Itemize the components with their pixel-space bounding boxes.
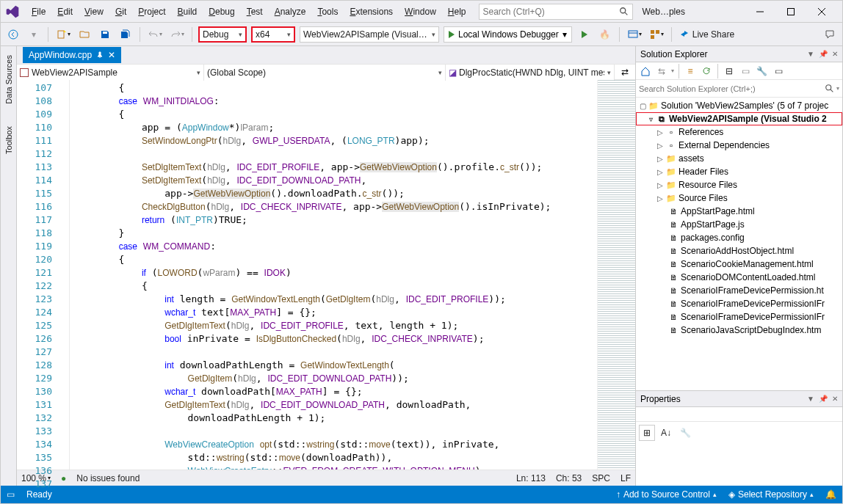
quick-search-input[interactable]	[482, 7, 619, 17]
quick-search[interactable]	[479, 4, 633, 20]
folder-external-dependencies[interactable]: ▷▫External Dependencies	[636, 139, 842, 152]
toolbox-tab[interactable]: Toolbox	[4, 122, 13, 158]
menu-build[interactable]: Build	[172, 4, 203, 20]
platform-combo[interactable]: x64▾	[251, 26, 295, 43]
menu-project[interactable]: Project	[132, 4, 171, 20]
open-button[interactable]	[76, 26, 93, 43]
panel-dropdown-icon[interactable]: ▼	[807, 50, 814, 58]
issues-status[interactable]: No issues found	[76, 473, 140, 483]
properties-header[interactable]: Properties ▼ 📌 ✕	[636, 391, 842, 407]
menu-tools[interactable]: Tools	[311, 4, 344, 20]
hot-reload-button[interactable]: 🔥	[597, 26, 613, 43]
minimap[interactable]	[597, 80, 635, 470]
menu-git[interactable]: Git	[109, 4, 132, 20]
menu-help[interactable]: Help	[442, 4, 472, 20]
nav-project-combo[interactable]: WebView2APISample▾	[17, 65, 204, 81]
notifications-icon[interactable]: 🔔	[825, 489, 836, 500]
solution-node[interactable]: ▢📁Solution 'WebView2Samples' (5 of 7 pro…	[636, 99, 842, 112]
editor-area: AppWindow.cpp ✕ WebView2APISample▾ (Glob…	[17, 46, 635, 486]
start-debugging-button[interactable]: Local Windows Debugger▾	[444, 26, 572, 43]
file-item[interactable]: 🗎ScenarioAddHostObject.html	[636, 244, 842, 258]
close-panel-icon[interactable]: ✕	[832, 50, 838, 58]
data-sources-tab[interactable]: Data Sources	[4, 51, 13, 109]
menu-test[interactable]: Test	[241, 4, 269, 20]
new-item-button[interactable]: ▾	[54, 26, 72, 43]
output-icon[interactable]: ▭	[7, 489, 15, 500]
folder-resource-files[interactable]: ▷📁Resource Files	[636, 178, 842, 191]
pin-icon[interactable]	[96, 51, 104, 59]
file-item[interactable]: 🗎ScenarioIFrameDevicePermission.ht	[636, 284, 842, 297]
solution-explorer-search[interactable]: ▾	[636, 80, 842, 98]
close-tab-button[interactable]: ✕	[108, 50, 115, 60]
solution-tree[interactable]: ▢📁Solution 'WebView2Samples' (5 of 7 pro…	[636, 98, 842, 390]
preview-button[interactable]: ▭	[772, 65, 785, 78]
menu-debug[interactable]: Debug	[203, 4, 240, 20]
nav-scope-combo[interactable]: (Global Scope)▾	[204, 65, 446, 81]
indent-mode[interactable]: SPC	[592, 473, 610, 483]
folder-source-files[interactable]: ▷📁Source Files	[636, 191, 842, 205]
startup-project-combo[interactable]: WebView2APISample (Visual Studi…▾	[300, 26, 439, 43]
alphabetical-button[interactable]: A↓	[658, 425, 674, 441]
pin-icon[interactable]: 📌	[819, 50, 828, 58]
menu-edit[interactable]: Edit	[51, 4, 79, 20]
folder-assets[interactable]: ▷📁assets	[636, 152, 842, 165]
folder-header-files[interactable]: ▷📁Header Files	[636, 165, 842, 178]
configuration-combo[interactable]: Debug▾	[198, 26, 247, 43]
events-button[interactable]: 🔧	[677, 425, 693, 441]
split-editor-button[interactable]: ⇄	[615, 65, 635, 79]
line-ending[interactable]: LF	[621, 473, 631, 483]
nav-forward-button[interactable]: ▾	[26, 26, 42, 43]
maximize-button[interactable]	[781, 4, 801, 19]
code-editor[interactable]: 107 108 109 110 111 112 113 114 115 116 …	[17, 80, 635, 470]
file-item[interactable]: 🗎ScenarioCookieManagement.html	[636, 258, 842, 271]
home-button[interactable]	[639, 65, 652, 78]
sync-button[interactable]: ≡	[684, 65, 697, 78]
select-repository-button[interactable]: ◈Select Repository▴	[728, 489, 814, 500]
panel-dropdown-icon[interactable]: ▼	[807, 395, 814, 403]
layout-button[interactable]: ▾	[648, 26, 665, 43]
folder-references[interactable]: ▷▫References	[636, 125, 842, 139]
categorized-button[interactable]: ⊞	[639, 425, 655, 441]
project-node[interactable]: ▿⧉WebView2APISample (Visual Studio 2	[636, 112, 842, 125]
active-document-tab[interactable]: AppWindow.cpp ✕	[23, 47, 121, 63]
redo-button[interactable]: ▾	[168, 26, 186, 43]
file-item[interactable]: 🗎AppStartPage.html	[636, 205, 842, 218]
browser-select-button[interactable]: ▾	[626, 26, 643, 43]
file-item[interactable]: 🗎AppStartPage.js	[636, 218, 842, 231]
file-item[interactable]: 🗎ScenarioIFrameDevicePermissionIFr	[636, 310, 842, 324]
menu-file[interactable]: File	[26, 4, 51, 20]
nav-member-combo[interactable]: ◪DlgProcStatic(HWND hDlg, UINT messag▾	[446, 65, 615, 81]
close-button[interactable]	[811, 4, 832, 19]
save-button[interactable]	[97, 26, 113, 43]
nav-back-button[interactable]	[5, 26, 21, 43]
file-item[interactable]: 🗎ScenarioJavaScriptDebugIndex.htm	[636, 324, 842, 337]
search-icon	[825, 84, 835, 94]
menu-window[interactable]: Window	[399, 4, 442, 20]
code-content[interactable]: { case WM_INITDIALOG: { app = (AppWindow…	[70, 80, 597, 470]
minimize-button[interactable]	[750, 4, 770, 19]
start-without-debugging-button[interactable]	[576, 26, 593, 43]
source-control-button[interactable]: ↑Add to Source Control▴	[616, 489, 717, 500]
menu-view[interactable]: View	[79, 4, 109, 20]
file-item[interactable]: 🗎ScenarioIFrameDevicePermissionIFr	[636, 297, 842, 310]
refresh-button[interactable]	[700, 65, 713, 78]
solution-explorer-header[interactable]: Solution Explorer ▼ 📌 ✕	[636, 46, 842, 62]
undo-button[interactable]: ▾	[146, 26, 164, 43]
main-toolbar: ▾ ▾ ▾ ▾ Debug▾ x64▾ WebView2APISample (V…	[1, 23, 842, 46]
save-all-button[interactable]	[117, 26, 134, 43]
menu-extensions[interactable]: Extensions	[344, 4, 399, 20]
properties-button[interactable]: 🔧	[755, 65, 769, 78]
fold-gutter[interactable]	[59, 80, 70, 470]
file-item[interactable]: 🗎ScenarioDOMContentLoaded.html	[636, 271, 842, 284]
close-panel-icon[interactable]: ✕	[832, 395, 838, 403]
feedback-button[interactable]	[822, 26, 838, 43]
live-share-button[interactable]: Live Share	[678, 26, 736, 43]
main-area: Data Sources Toolbox AppWindow.cpp ✕ Web…	[1, 46, 842, 486]
file-item[interactable]: 🗎packages.config	[636, 231, 842, 244]
menu-analyze[interactable]: Analyze	[269, 4, 312, 20]
show-all-button[interactable]: ▭	[739, 65, 752, 78]
pin-icon[interactable]: 📌	[819, 395, 828, 403]
collapse-all-button[interactable]: ⊟	[723, 65, 736, 78]
solution-explorer-search-input[interactable]	[639, 84, 825, 93]
switch-view-button[interactable]: ⇆	[655, 65, 668, 78]
